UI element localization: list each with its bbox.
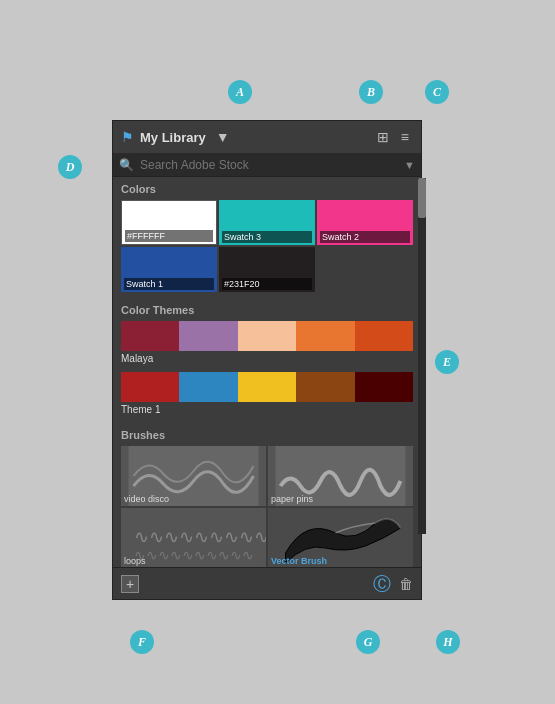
theme-malaya-seg3 bbox=[238, 321, 296, 351]
annotation-g: G bbox=[356, 630, 380, 654]
theme-malaya-seg1 bbox=[121, 321, 179, 351]
annotation-a: A bbox=[228, 80, 252, 104]
brush-loops-label: loops bbox=[124, 556, 263, 566]
scroll-thumb[interactable] bbox=[418, 178, 426, 218]
color-swatch-white[interactable]: #FFFFFF bbox=[121, 200, 217, 245]
library-icon: ⚑ bbox=[121, 129, 134, 145]
library-panel: ⚑ My Library ▼ ⊞ ≡ 🔍 ▼ Colors #FFFFFF Sw… bbox=[112, 120, 422, 600]
brushes-section-label: Brushes bbox=[113, 423, 421, 444]
header-controls: ⊞ ≡ bbox=[373, 127, 413, 147]
brush-paper-pins-label: paper pins bbox=[271, 494, 410, 504]
color-label-pink: Swatch 2 bbox=[320, 231, 410, 243]
theme1-seg2 bbox=[179, 372, 237, 402]
grid-view-button[interactable]: ⊞ bbox=[373, 127, 393, 147]
theme-malaya-name: Malaya bbox=[121, 351, 413, 366]
search-icon: 🔍 bbox=[119, 158, 134, 172]
theme1-name: Theme 1 bbox=[121, 402, 413, 417]
theme-malaya-strip bbox=[121, 321, 413, 351]
theme1-seg1 bbox=[121, 372, 179, 402]
annotation-b: B bbox=[359, 80, 383, 104]
annotation-f: F bbox=[130, 630, 154, 654]
color-label-teal: Swatch 3 bbox=[222, 231, 312, 243]
scroll-track bbox=[418, 178, 426, 534]
theme1-seg5 bbox=[355, 372, 413, 402]
footer-right: Ⓒ 🗑 bbox=[373, 572, 413, 596]
theme1-strip bbox=[121, 372, 413, 402]
panel-content: Colors #FFFFFF Swatch 3 Swatch 2 Swatch … bbox=[113, 177, 421, 567]
title-dropdown-button[interactable]: ▼ bbox=[212, 127, 234, 147]
brush-vector-brush[interactable]: Vector Brush bbox=[268, 508, 413, 567]
color-swatch-pink[interactable]: Swatch 2 bbox=[317, 200, 413, 245]
theme-theme1[interactable]: Theme 1 bbox=[121, 372, 413, 417]
colors-section-label: Colors bbox=[113, 177, 421, 198]
annotation-c: C bbox=[425, 80, 449, 104]
delete-item-button[interactable]: 🗑 bbox=[399, 576, 413, 592]
theme-malaya[interactable]: Malaya bbox=[121, 321, 413, 366]
panel-title: My Library bbox=[140, 130, 206, 145]
add-item-button[interactable]: + bbox=[121, 575, 139, 593]
brush-video-disco-label: video disco bbox=[124, 494, 263, 504]
color-label-dark: #231F20 bbox=[222, 278, 312, 290]
brushes-grid: video disco paper pins ∿∿∿∿∿∿∿∿∿ ∿∿∿∿∿∿∿… bbox=[113, 444, 421, 567]
color-swatch-teal[interactable]: Swatch 3 bbox=[219, 200, 315, 245]
color-label-blue: Swatch 1 bbox=[124, 278, 214, 290]
svg-text:∿∿∿∿∿∿∿∿∿: ∿∿∿∿∿∿∿∿∿ bbox=[134, 527, 267, 547]
color-themes-section-label: Color Themes bbox=[113, 298, 421, 319]
search-dropdown-button[interactable]: ▼ bbox=[404, 159, 415, 171]
list-view-button[interactable]: ≡ bbox=[397, 127, 413, 147]
brush-vector-label: Vector Brush bbox=[271, 556, 410, 566]
panel-footer: + Ⓒ 🗑 bbox=[113, 567, 421, 599]
annotation-h: H bbox=[436, 630, 460, 654]
brush-video-disco[interactable]: video disco bbox=[121, 446, 266, 506]
footer-left: + bbox=[121, 575, 139, 593]
panel-header: ⚑ My Library ▼ ⊞ ≡ bbox=[113, 121, 421, 154]
theme-malaya-seg5 bbox=[355, 321, 413, 351]
theme-malaya-seg2 bbox=[179, 321, 237, 351]
search-input[interactable] bbox=[140, 158, 398, 172]
annotation-d: D bbox=[58, 155, 82, 179]
search-bar: 🔍 ▼ bbox=[113, 154, 421, 177]
color-label-white: #FFFFFF bbox=[125, 230, 213, 242]
annotation-e: E bbox=[435, 350, 459, 374]
adobe-creative-cloud-icon[interactable]: Ⓒ bbox=[373, 572, 391, 596]
theme1-seg4 bbox=[296, 372, 354, 402]
brush-paper-pins[interactable]: paper pins bbox=[268, 446, 413, 506]
theme1-seg3 bbox=[238, 372, 296, 402]
theme-malaya-seg4 bbox=[296, 321, 354, 351]
colors-grid: #FFFFFF Swatch 3 Swatch 2 Swatch 1 #231F… bbox=[113, 198, 421, 298]
brush-loops[interactable]: ∿∿∿∿∿∿∿∿∿ ∿∿∿∿∿∿∿∿∿∿ loops bbox=[121, 508, 266, 567]
color-swatch-blue[interactable]: Swatch 1 bbox=[121, 247, 217, 292]
color-swatch-dark[interactable]: #231F20 bbox=[219, 247, 315, 292]
panel-header-left: ⚑ My Library ▼ bbox=[121, 127, 234, 147]
